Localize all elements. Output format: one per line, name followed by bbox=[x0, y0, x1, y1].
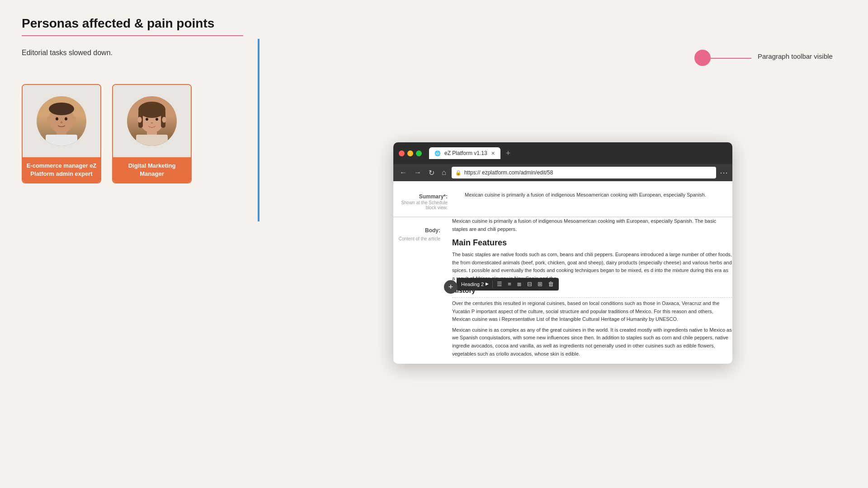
home-button[interactable]: ⌂ bbox=[440, 168, 448, 178]
delete-button[interactable]: 🗑 bbox=[546, 280, 556, 288]
paragraph-toolbar: Heading 2 ▶ ☰ ≡ ≣ ⊟ ⊞ 🗑 bbox=[457, 278, 559, 291]
address-bar[interactable]: 🔒 https:// ezplatform.com/admin/edit/58 bbox=[452, 167, 716, 178]
svg-point-6 bbox=[61, 122, 63, 123]
browser-chrome: 🌐 eZ Platform v1.13 ✕ + bbox=[393, 142, 732, 164]
svg-point-7 bbox=[47, 117, 51, 123]
annotation-dot bbox=[694, 50, 711, 66]
subtitle: Editorial tasks slowed down. bbox=[22, 49, 236, 57]
summary-content: Mexican cuisine is primarily a fusion of… bbox=[459, 187, 725, 211]
body-section: Body: Content of the article Mexican cui… bbox=[393, 217, 732, 361]
maximize-dot[interactable] bbox=[416, 150, 422, 156]
persona-cards: E-commerce manager eZ Platform admin exp… bbox=[22, 84, 236, 183]
main-features-heading: Main Features bbox=[452, 237, 732, 249]
title-underline bbox=[22, 35, 243, 36]
reload-button[interactable]: ↻ bbox=[427, 168, 436, 178]
summary-text: Mexican cuisine is primarily a fusion of… bbox=[465, 191, 720, 199]
heading-select[interactable]: Heading 2 ▶ bbox=[459, 280, 491, 289]
lock-icon: 🔒 bbox=[455, 170, 462, 176]
body-intro-text: Mexican cuisine is primarily a fusion of… bbox=[452, 217, 732, 233]
avatar-area-female bbox=[113, 85, 191, 157]
justify-button[interactable]: ⊟ bbox=[525, 280, 534, 288]
avatar-female bbox=[127, 96, 177, 146]
back-button[interactable]: ← bbox=[398, 168, 409, 178]
summary-left-col: Summary*: Shown at the Schedule block vi… bbox=[401, 187, 459, 211]
browser-window: 🌐 eZ Platform v1.13 ✕ + ← → ↻ ⌂ 🔒 https:… bbox=[393, 142, 732, 364]
toolbar-divider-1 bbox=[492, 281, 493, 288]
new-tab-button[interactable]: + bbox=[504, 149, 513, 158]
forward-button[interactable]: → bbox=[412, 168, 423, 178]
more-button[interactable]: ⋯ bbox=[720, 168, 728, 178]
align-center-button[interactable]: ≡ bbox=[505, 280, 514, 288]
tab-favicon: 🌐 bbox=[434, 150, 441, 156]
card-label-ecommerce: E-commerce manager eZ Platform admin exp… bbox=[23, 157, 100, 183]
history-text-2: Mexican cuisine is as complex as any of … bbox=[452, 326, 732, 358]
svg-point-17 bbox=[151, 122, 153, 124]
chevron-right-icon: ▶ bbox=[486, 281, 489, 287]
content-area: Summary*: Shown at the Schedule block vi… bbox=[393, 181, 732, 364]
svg-point-5 bbox=[65, 117, 67, 121]
heading-select-label: Heading 2 bbox=[461, 281, 484, 288]
annotation-label: Paragraph toolbar visible bbox=[758, 52, 833, 60]
close-dot[interactable] bbox=[399, 150, 405, 156]
svg-point-3 bbox=[49, 103, 74, 115]
female-avatar-svg bbox=[127, 96, 177, 146]
svg-point-19 bbox=[162, 117, 166, 123]
tab-title: eZ Platform v1.13 bbox=[444, 150, 487, 156]
card-label-marketing: Digital Marketing Manager bbox=[113, 157, 191, 183]
body-left-col: Body: Content of the article bbox=[393, 217, 452, 361]
right-panel: Paragraph toolbar visible 🌐 eZ Platform … bbox=[258, 0, 868, 488]
browser-tab[interactable]: 🌐 eZ Platform v1.13 ✕ bbox=[429, 147, 500, 159]
svg-rect-1 bbox=[46, 135, 77, 146]
summary-hint: Shown at the Schedule block view. bbox=[401, 200, 455, 210]
annotation-line bbox=[711, 58, 751, 59]
svg-point-4 bbox=[56, 117, 58, 121]
align-left-button[interactable]: ☰ bbox=[495, 280, 505, 288]
svg-rect-10 bbox=[136, 135, 168, 146]
svg-point-18 bbox=[138, 117, 142, 123]
browser-toolbar: ← → ↻ ⌂ 🔒 https:// ezplatform.com/admin/… bbox=[393, 164, 732, 181]
avatar-male bbox=[37, 96, 86, 146]
avatar-area-male bbox=[23, 85, 100, 157]
page-title: Personas affected & pain points bbox=[22, 16, 236, 31]
body-hint: Content of the article bbox=[393, 236, 448, 241]
browser-dots bbox=[399, 150, 422, 156]
persona-card-ecommerce: E-commerce manager eZ Platform admin exp… bbox=[22, 84, 101, 183]
male-avatar-svg bbox=[37, 96, 86, 146]
svg-point-15 bbox=[146, 118, 148, 121]
tab-close-icon[interactable]: ✕ bbox=[491, 150, 495, 156]
left-panel: Personas affected & pain points Editoria… bbox=[0, 0, 258, 488]
list-button[interactable]: ⊞ bbox=[535, 280, 545, 288]
body-content[interactable]: Mexican cuisine is primarily a fusion of… bbox=[452, 217, 732, 361]
history-text-1: Over the centuries this resulted in regi… bbox=[452, 300, 732, 324]
minimize-dot[interactable] bbox=[407, 150, 413, 156]
url-text: https:// ezplatform.com/admin/edit/58 bbox=[464, 169, 553, 176]
summary-section: Summary*: Shown at the Schedule block vi… bbox=[393, 181, 732, 217]
summary-label: Summary*: bbox=[401, 193, 455, 200]
svg-point-8 bbox=[72, 117, 76, 123]
persona-card-marketing: Digital Marketing Manager bbox=[112, 84, 192, 183]
browser-body: Summary*: Shown at the Schedule block vi… bbox=[393, 181, 732, 364]
svg-point-16 bbox=[156, 118, 158, 121]
body-label: Body: bbox=[393, 227, 448, 234]
align-right-button[interactable]: ≣ bbox=[514, 280, 524, 288]
